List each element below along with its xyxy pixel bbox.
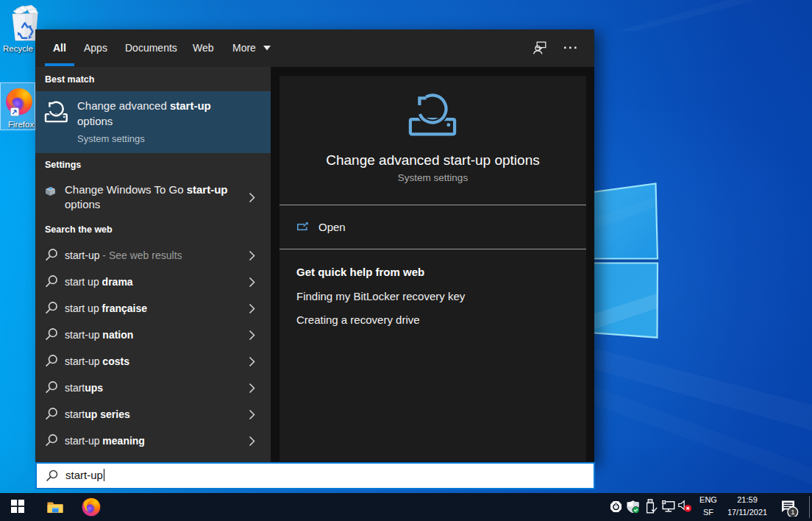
svg-text:1: 1 [791,508,794,516]
